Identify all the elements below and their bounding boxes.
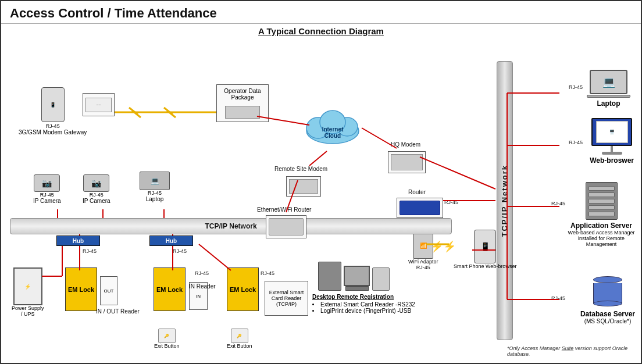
ip-camera1-device: 📷 RJ-45 IP Camera [33,174,61,204]
laptop-right-label: Laptop [597,99,620,108]
ip-camera1-rj45: RJ-45 [40,192,54,198]
gsm-modem-device: 📱 RJ-45 3G/GSM Modem Gateway [19,87,87,135]
out-reader-box: OUT [100,276,117,305]
ext-smart-card-box: External Smart Card Reader (TCP/IP) [265,281,308,316]
exit-button2-label: Exit Button [227,343,252,349]
desktop-device [318,262,390,291]
gsm-gateway-box: ~~ [83,93,115,116]
svg-line-19 [199,244,231,270]
in-reader-label: IN Reader [189,283,212,290]
ip-camera1-label: IP Camera [33,198,61,204]
desktop-bullet1: External Smart Card Reader -RS232 [312,301,417,308]
internet-cloud: Internet Cloud [301,105,365,145]
app-server-label: Application Server [570,222,632,230]
db-server-rj45: RJ-45 [551,295,565,301]
power-supply-label: Power Supply / UPS [12,305,44,317]
cloud-svg: Internet Cloud [301,105,365,145]
hub1-label: Hub [73,238,84,244]
ethernet-wifi-label: Ethernet/WiFi Router [257,206,311,213]
network-bar-horizontal: TCP/IP Network [10,218,452,234]
laptop-top-rj45: RJ-45 [148,190,162,196]
page-container: Access Control / Time Attendance A Typic… [0,0,642,364]
hub2-rj45: RJ-45 [173,248,187,254]
footnote-suite: Suite [562,345,574,351]
svg-line-3 [420,157,495,189]
lightning-wifi: ⚡⚡ [430,240,456,253]
tcpip-label: TCP/IP Network [497,61,513,340]
web-browser-device: 🖥️ Web-broswer [590,118,634,165]
em-lock1-label: EM Lock [68,286,94,293]
laptop-top-device: 💻 RJ-45 Laptop [140,172,170,202]
rj45-label: RJ-45 [46,123,60,129]
ip-camera2-rj45: RJ-45 [90,192,104,198]
wifi-rj45: RJ-45 [416,265,430,270]
footnote-text: *Only Access Manager Suite version suppo… [507,345,627,357]
router-rj45: RJ-45 [444,199,458,205]
wifi-adaptor-label: WiFi Adaptor [408,259,438,265]
em-lock3-rj45-right: RJ-45 [261,270,274,276]
em-lock1-box: EM Lock [65,267,97,311]
app-server-sub: Web-based Access Manager installed for R… [566,230,636,247]
svg-text:Cloud: Cloud [324,133,341,139]
em-lock3-label: EM Lock [230,286,256,293]
svg-line-4 [309,151,327,166]
db-icon [593,276,622,308]
svg-text:Internet: Internet [322,126,344,133]
smart-phone-device: 📱 Smart Phone Web-browser [454,230,516,269]
power-supply-device: ⚡ Power Supply / UPS [12,267,44,317]
app-server-icon [586,182,618,220]
laptop-right-device: 💻 Laptop [587,70,630,108]
em-lock2-box: EM Lock [154,267,186,311]
db-server-device: Database Server (MS SQL/Oracle*) [580,276,635,324]
network-bar-label: TCP/IP Network [205,222,256,230]
desktop-remote-list: External Smart Card Reader -RS232 LogiPr… [312,301,417,314]
hub2-label: Hub [166,238,177,244]
exit-button2-device: 🔑 Exit Button [227,329,252,349]
remote-site-modem-box [286,176,321,197]
hub1-box: Hub [56,235,100,246]
laptop-right-rj45: RJ-45 [569,84,583,90]
hq-modem-box [388,151,426,173]
footnote: *Only Access Manager Suite version suppo… [507,345,635,357]
gsm-label: 3G/GSM Modem Gateway [19,129,87,135]
laptop-top-label: Laptop [146,196,164,202]
desktop-remote-area: Desktop Remote Registration External Sma… [312,294,417,314]
diagram-title: A Typical Connection Diagram [1,26,641,36]
db-server-label: Database Server [580,310,635,318]
exit-button1-device: 🔑 Exit Button [154,329,180,349]
page-title: Access Control / Time Attendance [1,1,641,24]
app-server-rj45: RJ-45 [551,201,565,206]
remote-site-modem-label: Remote Site Modem [274,166,327,172]
hub2-box: Hub [149,235,193,246]
ethernet-wifi-box [266,215,306,238]
em-lock2-label: EM Lock [156,286,183,293]
exit-button1-label: Exit Button [154,343,180,349]
tcpip-text: TCP/IP Network [501,165,509,237]
em-lock3-box: EM Lock [227,267,259,311]
desktop-remote-label: Desktop Remote Registration [312,294,417,300]
router-box [397,198,443,218]
in-out-reader-label: IN / OUT Reader [96,308,131,315]
em-lock3-rj45-left: RJ-45 [195,270,209,276]
ip-camera2-device: 📷 RJ-45 IP Camera [83,174,110,204]
hq-modem-label: HQ Modem [391,141,420,148]
hub1-rj45: RJ-45 [83,248,97,254]
operator-data-label: Operator Data Package [220,88,265,101]
app-server-device: Application Server Web-based Access Mana… [566,182,636,247]
db-server-sub: (MS SQL/Oracle*) [584,318,632,324]
diagram-area: A Typical Connection Diagram [1,26,641,362]
web-browser-label: Web-broswer [590,156,634,165]
router-label: Router [408,189,426,195]
operator-data-package-box: Operator Data Package [216,84,269,122]
desktop-bullet2: LogiPrint device (FingerPrint) -USB [312,308,417,314]
ext-smart-card-label: External Smart Card Reader (TCP/IP) [267,290,306,307]
web-browser-rj45: RJ-45 [569,140,583,145]
ip-camera2-label: IP Camera [83,198,110,204]
smart-phone-label: Smart Phone Web-browser [454,263,516,269]
